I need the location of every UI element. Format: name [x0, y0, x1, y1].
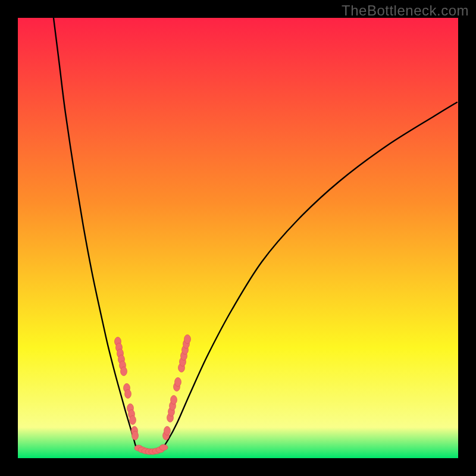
data-marker: [132, 431, 139, 440]
data-marker: [184, 335, 191, 344]
data-marker: [125, 390, 131, 399]
data-marker: [175, 378, 181, 387]
plot-area: [18, 18, 458, 458]
data-marker: [159, 444, 168, 450]
data-marker: [171, 396, 177, 405]
data-marker: [121, 367, 127, 376]
chart-svg: [18, 18, 458, 458]
data-marker: [164, 427, 171, 436]
data-marker: [130, 416, 136, 425]
watermark-text: TheBottleneck.com: [342, 2, 469, 19]
bottleneck-curve: [54, 18, 457, 453]
data-markers: [115, 335, 191, 455]
chart-frame: TheBottleneck.com: [0, 0, 476, 476]
